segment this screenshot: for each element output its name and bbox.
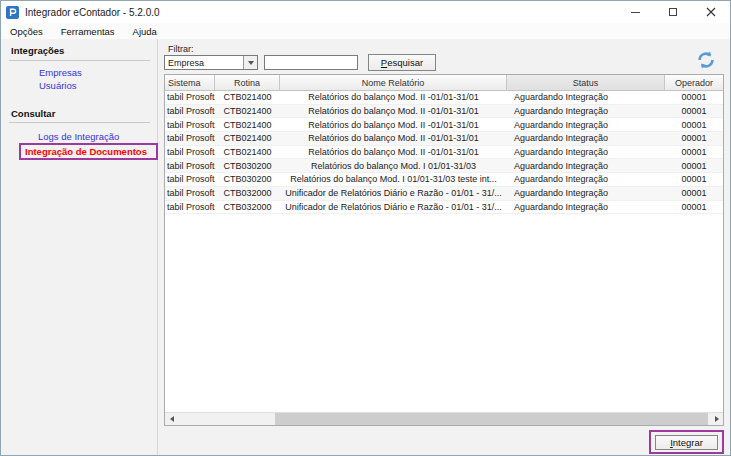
filter-type-dropdown[interactable]: Empresa — [164, 55, 258, 70]
table-row[interactable]: tabil ProsoftCTB030200Relatórios do bala… — [165, 159, 723, 173]
table-row[interactable]: tabil ProsoftCTB030200Relatórios do bala… — [165, 173, 723, 187]
app-window: Integrador eContador - 5.2.0.0 Opções Fe… — [0, 0, 731, 456]
search-button[interactable]: Pesquisar — [368, 54, 436, 71]
table-cell: 00001 — [665, 187, 723, 200]
column-header-operador[interactable]: Operador — [665, 75, 723, 90]
table-cell: 00001 — [665, 105, 723, 118]
table-row[interactable]: tabil ProsoftCTB021400Relatórios do bala… — [165, 105, 723, 119]
column-header-status[interactable]: Status — [507, 75, 665, 90]
table-cell: Relatórios do balanço Mod. II -01/01-31/… — [280, 105, 507, 118]
table-cell: 00001 — [665, 159, 723, 172]
sidebar-item-usuarios[interactable]: Usuários — [39, 80, 77, 91]
chevron-down-icon — [248, 61, 254, 65]
table-cell: Aguardando Integração — [507, 91, 665, 104]
menu-ajuda[interactable]: Ajuda — [124, 23, 166, 39]
table-cell: Aguardando Integração — [507, 132, 665, 145]
table-cell: CTB032000 — [215, 201, 280, 214]
maximize-button[interactable] — [654, 1, 692, 23]
table-row[interactable]: tabil ProsoftCTB032000Unificador de Rela… — [165, 201, 723, 215]
table-cell: tabil Prosoft — [165, 146, 215, 159]
table-cell: tabil Prosoft — [165, 91, 215, 104]
table-cell: Aguardando Integração — [507, 118, 665, 131]
title-bar: Integrador eContador - 5.2.0.0 — [1, 1, 730, 23]
refresh-button[interactable] — [696, 50, 716, 70]
sidebar: Integrações Empresas Usuários Consultar … — [1, 39, 158, 455]
table-cell: tabil Prosoft — [165, 173, 215, 186]
table-cell: CTB021400 — [215, 146, 280, 159]
sidebar-item-integracao-de-documentos[interactable]: Integração de Documentos — [21, 146, 147, 157]
table-cell: Aguardando Integração — [507, 201, 665, 214]
close-icon — [706, 7, 716, 17]
close-button[interactable] — [692, 1, 730, 23]
menu-ferramentas[interactable]: Ferramentas — [52, 23, 124, 39]
sidebar-item-logs-de-integracao[interactable]: Logs de Integração — [38, 131, 119, 142]
minimize-button[interactable] — [616, 1, 654, 23]
sidebar-item-empresas[interactable]: Empresas — [39, 67, 82, 78]
menu-bar: Opções Ferramentas Ajuda — [1, 23, 730, 40]
maximize-icon — [669, 8, 677, 16]
documents-table: Sistema Rotina Nome Relatório Status Ope… — [164, 74, 724, 426]
table-cell: tabil Prosoft — [165, 187, 215, 200]
table-cell: 00001 — [665, 118, 723, 131]
table-cell: 00001 — [665, 146, 723, 159]
table-cell: Relatórios do balanço Mod. II -01/01-31/… — [280, 118, 507, 131]
table-row[interactable]: tabil ProsoftCTB032000Unificador de Rela… — [165, 187, 723, 201]
dropdown-arrow-button[interactable] — [243, 56, 257, 69]
scroll-right-button[interactable] — [710, 413, 723, 425]
table-row[interactable]: tabil ProsoftCTB021400Relatórios do bala… — [165, 118, 723, 132]
table-cell: Relatórios do balanço Mod. I 01/01-31/03 — [280, 159, 507, 172]
table-cell: CTB021400 — [215, 118, 280, 131]
window-controls — [616, 1, 730, 23]
table-cell: 00001 — [665, 132, 723, 145]
column-header-rotina[interactable]: Rotina — [215, 75, 280, 90]
table-cell: tabil Prosoft — [165, 118, 215, 131]
table-cell: tabil Prosoft — [165, 132, 215, 145]
table-cell: CTB030200 — [215, 173, 280, 186]
app-logo-icon — [6, 6, 19, 19]
filter-label: Filtrar: — [168, 44, 194, 54]
filter-search-input[interactable] — [264, 55, 358, 70]
table-cell: CTB021400 — [215, 105, 280, 118]
sidebar-section-consultar: Consultar — [11, 108, 55, 119]
table-row[interactable]: tabil ProsoftCTB021400Relatórios do bala… — [165, 146, 723, 160]
table-cell: 00001 — [665, 173, 723, 186]
column-header-nome-relatorio[interactable]: Nome Relatório — [280, 75, 507, 90]
table-cell: Aguardando Integração — [507, 159, 665, 172]
arrow-left-icon — [170, 416, 174, 422]
sidebar-section-integracoes: Integrações — [11, 45, 64, 56]
table-cell: Relatórios do balanço Mod. II -01/01-31/… — [280, 146, 507, 159]
scroll-left-button[interactable] — [165, 413, 178, 425]
annotation-highlight-box: Integração de Documentos — [19, 143, 158, 160]
table-row[interactable]: tabil ProsoftCTB021400Relatórios do bala… — [165, 132, 723, 146]
sidebar-divider — [9, 122, 150, 123]
table-cell: CTB030200 — [215, 159, 280, 172]
window-title: Integrador eContador - 5.2.0.0 — [25, 7, 160, 18]
table-cell: tabil Prosoft — [165, 159, 215, 172]
table-cell: Relatórios do balanço Mod. II -01/01-31/… — [280, 91, 507, 104]
table-row[interactable]: tabil ProsoftCTB021400Relatórios do bala… — [165, 91, 723, 105]
table-cell: Aguardando Integração — [507, 187, 665, 200]
table-cell: 00001 — [665, 91, 723, 104]
arrow-right-icon — [715, 416, 719, 422]
filter-type-value: Empresa — [165, 58, 243, 68]
integrate-button-label: Integrar — [670, 437, 703, 448]
minimize-icon — [631, 12, 640, 13]
horizontal-scrollbar[interactable] — [165, 412, 723, 425]
table-cell: tabil Prosoft — [165, 201, 215, 214]
table-cell: Aguardando Integração — [507, 146, 665, 159]
column-header-sistema[interactable]: Sistema — [165, 75, 215, 90]
main-panel: Filtrar: Empresa Pesquisar S — [158, 39, 730, 455]
table-header: Sistema Rotina Nome Relatório Status Ope… — [165, 75, 723, 91]
table-cell: Unificador de Relatórios Diário e Razão … — [280, 187, 507, 200]
table-cell: CTB021400 — [215, 132, 280, 145]
table-cell: Aguardando Integração — [507, 173, 665, 186]
table-cell: Unificador de Relatórios Diário e Razão … — [280, 201, 507, 214]
table-cell: Aguardando Integração — [507, 105, 665, 118]
table-body: tabil ProsoftCTB021400Relatórios do bala… — [165, 91, 723, 214]
scrollbar-thumb[interactable] — [275, 413, 708, 425]
table-cell: Relatórios do balanço Mod. I 01/01-31/03… — [280, 173, 507, 186]
search-button-label: Pesquisar — [381, 57, 423, 68]
menu-opcoes[interactable]: Opções — [1, 23, 52, 39]
integrate-button[interactable]: Integrar — [655, 435, 718, 450]
table-cell: CTB021400 — [215, 91, 280, 104]
